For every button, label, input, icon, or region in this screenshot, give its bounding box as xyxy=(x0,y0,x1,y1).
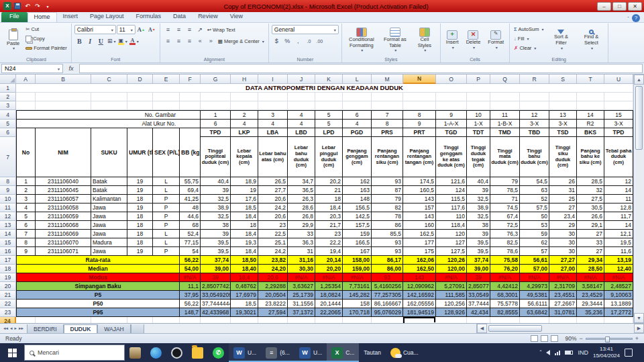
grid-cell[interactable]: 17,6979 xyxy=(231,291,258,300)
grid-cell[interactable]: 39 xyxy=(467,273,490,282)
measure-code-cell[interactable]: LKP xyxy=(231,128,258,137)
grid-cell[interactable]: Jawa xyxy=(91,203,127,212)
language-indicator[interactable]: IND xyxy=(578,349,588,356)
grid-cell[interactable]: 25 xyxy=(549,195,577,203)
grid-cell[interactable] xyxy=(180,101,201,110)
battery-icon[interactable] xyxy=(565,351,573,355)
grid-cell[interactable]: 110 xyxy=(436,212,467,221)
row-header-17[interactable]: 17 xyxy=(0,256,16,265)
grid-cell[interactable]: P xyxy=(153,203,180,212)
column-header-L[interactable]: L xyxy=(343,75,372,84)
grid-cell[interactable]: 52,4 xyxy=(180,230,201,238)
grid-cell[interactable]: 26,8 xyxy=(288,212,315,221)
grid-cell[interactable]: 20,2 xyxy=(315,177,343,186)
grid-cell[interactable]: 127 xyxy=(436,238,467,247)
grid-cell[interactable]: 27,7 xyxy=(258,186,288,195)
grid-cell[interactable] xyxy=(288,93,315,101)
grid-cell[interactable]: 21 xyxy=(315,186,343,195)
grid-cell[interactable]: 3,63627 xyxy=(288,282,315,291)
autosum-button[interactable]: ΣAutoSum▾ xyxy=(513,25,545,34)
grid-cell[interactable]: 18,4 xyxy=(231,273,258,282)
table-header-cell[interactable]: UMUR (th) xyxy=(127,128,153,177)
grid-cell[interactable]: 23,4 xyxy=(549,212,577,221)
grid-cell[interactable] xyxy=(343,93,372,101)
grid-cell[interactable]: 170,718 xyxy=(343,308,372,317)
grid-cell[interactable] xyxy=(258,317,288,323)
grid-cell[interactable]: 33,0549 xyxy=(467,291,490,300)
grid-cell[interactable]: 5 xyxy=(315,120,343,128)
grid-cell[interactable]: 21,7 xyxy=(315,221,343,230)
grid-cell[interactable]: 48 xyxy=(180,203,201,212)
grid-cell[interactable]: 13,1889 xyxy=(604,300,633,308)
grid-cell[interactable] xyxy=(258,93,288,101)
column-header-U[interactable]: U xyxy=(604,75,633,84)
insert-cells-button[interactable]: + Insert▾ xyxy=(443,25,462,56)
grid-cell[interactable]: 142,16592 xyxy=(403,291,436,300)
grid-cell[interactable]: 11,1 xyxy=(180,282,201,291)
grid-cell[interactable]: 39 xyxy=(201,273,231,282)
measure-code-cell[interactable]: PGD xyxy=(343,128,372,137)
grid-cell[interactable]: 117,6 xyxy=(436,203,467,212)
table-header-cell[interactable]: No xyxy=(16,128,36,177)
grid-cell[interactable] xyxy=(36,101,91,110)
grid-cell[interactable]: 115,5 xyxy=(436,195,467,203)
format-cells-button[interactable]: ✎ Format▾ xyxy=(485,25,506,56)
grid-cell[interactable] xyxy=(180,93,201,101)
column-header-O[interactable]: O xyxy=(436,75,467,84)
grid-cell[interactable] xyxy=(315,317,343,323)
row-header-1[interactable]: 1 xyxy=(0,84,16,93)
grid-cell[interactable]: 56,6111 xyxy=(520,300,549,308)
grid-cell[interactable]: 111,585 xyxy=(436,291,467,300)
grid-cell[interactable]: 20,0504 xyxy=(258,291,288,300)
grid-cell[interactable]: 78,5 xyxy=(490,186,520,195)
grid-cell[interactable] xyxy=(577,93,604,101)
row-header-19[interactable]: 19 xyxy=(0,273,16,282)
underline-button[interactable]: U xyxy=(96,36,106,46)
row-header-9[interactable]: 9 xyxy=(0,186,16,195)
taskbar-app-whatsapp[interactable]: ✆ xyxy=(208,343,229,362)
grid-cell[interactable]: Batak xyxy=(91,177,127,186)
grid-cell[interactable]: 86,00 xyxy=(372,265,403,273)
grid-cell[interactable]: 54,5 xyxy=(520,177,549,186)
grid-cell[interactable]: 77,257305 xyxy=(372,291,403,300)
grid-cell[interactable]: 18,4 xyxy=(231,230,258,238)
grid-cell[interactable] xyxy=(577,317,604,323)
grid-cell[interactable]: 31,1556 xyxy=(288,300,315,308)
grid-cell[interactable]: 39,00 xyxy=(201,265,231,273)
grid-cell[interactable]: 52 xyxy=(520,195,549,203)
taskbar-app-photos[interactable] xyxy=(125,343,146,362)
column-header-S[interactable]: S xyxy=(549,75,577,84)
grid-cell[interactable]: 181,94519 xyxy=(403,308,436,317)
ribbon-tab-home[interactable]: Home xyxy=(28,12,57,22)
grid-cell[interactable]: #N/A xyxy=(315,273,343,282)
row-header-15[interactable]: 15 xyxy=(0,238,16,247)
measure-header-cell[interactable]: Panjang bahu ke siku (cm) xyxy=(577,137,604,177)
font-size-select[interactable]: 11▾ xyxy=(117,25,136,34)
grid-cell[interactable]: 27 xyxy=(549,203,577,212)
grid-cell[interactable]: #N/A xyxy=(604,273,633,282)
zoom-slider-thumb[interactable] xyxy=(605,336,610,343)
align-top-icon[interactable]: ≡ xyxy=(163,25,173,34)
grid-cell[interactable]: 12 xyxy=(604,177,633,186)
grid-cell[interactable]: 3-X xyxy=(520,120,549,128)
grid-cell[interactable] xyxy=(372,317,403,323)
grid-cell[interactable]: 27 xyxy=(577,247,604,256)
decrease-indent-icon[interactable]: « xyxy=(195,36,205,46)
decrease-decimal-button[interactable]: .00 xyxy=(315,36,325,46)
grid-cell[interactable]: 32 xyxy=(577,186,604,195)
grid-cell[interactable]: 32,5 xyxy=(201,212,231,221)
grid-cell[interactable]: 160 xyxy=(403,221,436,230)
grid-cell[interactable]: 157 xyxy=(403,203,436,212)
grid-cell[interactable]: 26,3 xyxy=(288,195,315,203)
sheet-tab-berdiri[interactable]: BERDIRI xyxy=(27,324,63,333)
grid-cell[interactable]: 22,2 xyxy=(315,238,343,247)
column-header-I[interactable]: I xyxy=(258,75,288,84)
increase-decimal-button[interactable]: .0 xyxy=(304,36,314,46)
scroll-up-icon[interactable]: ▲ xyxy=(634,75,644,85)
column-header-M[interactable]: M xyxy=(372,75,403,84)
grid-cell[interactable] xyxy=(467,101,490,110)
grid-cell[interactable]: 142,5 xyxy=(343,212,372,221)
grid-cell[interactable]: 7 xyxy=(372,110,403,120)
grid-cell[interactable] xyxy=(436,317,467,323)
gambar-label-cell[interactable]: No. Gambar xyxy=(16,110,201,120)
